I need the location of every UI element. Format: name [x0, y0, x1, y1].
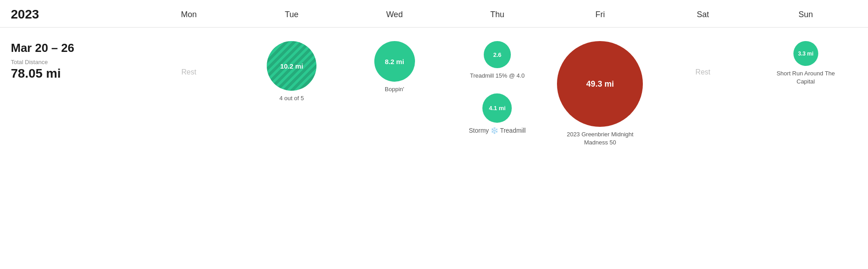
bubble-fri-1[interactable]: 49.3 mi [557, 41, 643, 127]
activity-label-thu-2: Stormy ❄️ Treadmill [469, 126, 526, 135]
day-header-sun: Sun [755, 10, 857, 19]
day-header-tue: Tue [240, 10, 343, 19]
activity-group-thu-1[interactable]: 2.6 Treadmill 15% @ 4.0 [470, 41, 524, 80]
bubble-thu-2[interactable]: 4.1 mi [482, 93, 512, 123]
day-col-thu: 2.6 Treadmill 15% @ 4.0 4.1 mi Stormy ❄️… [446, 37, 548, 217]
activity-label-fri-1: 2023 Greenbrier Midnight Madness 50 [559, 130, 641, 147]
bubble-wed-1[interactable]: 8.2 mi [374, 41, 415, 82]
year-label: 2023 [11, 7, 137, 22]
activity-area-sat: Rest [651, 37, 754, 217]
day-header-mon: Mon [137, 10, 240, 19]
day-col-wed: 8.2 mi Boppin' [343, 37, 446, 217]
main-content: Mar 20 – 26 Total Distance 78.05 mi Rest… [0, 28, 868, 226]
day-col-fri: 49.3 mi 2023 Greenbrier Midnight Madness… [549, 37, 651, 217]
bubble-thu-1[interactable]: 2.6 [484, 41, 511, 68]
bubble-distance-wed-1: 8.2 mi [385, 58, 404, 65]
activity-area-mon: Rest [137, 37, 240, 217]
week-range: Mar 20 – 26 [11, 41, 137, 55]
activity-label-tue-1: 4 out of 5 [279, 94, 304, 102]
bubble-distance-thu-2: 4.1 mi [489, 105, 506, 111]
activity-group-thu-2[interactable]: 4.1 mi Stormy ❄️ Treadmill [469, 93, 526, 135]
day-header-fri: Fri [549, 10, 651, 19]
activity-group-sun-1[interactable]: 3.3 mi Short Run Around The Capital [769, 41, 842, 86]
total-distance: 78.05 mi [11, 66, 137, 81]
snowflake-icon: ❄️ [491, 127, 498, 134]
activity-group-tue-1[interactable]: 10.2 mi 4 out of 5 [267, 41, 316, 102]
day-col-sat: Rest [651, 37, 754, 217]
activity-area-thu: 2.6 Treadmill 15% @ 4.0 4.1 mi Stormy ❄️… [446, 37, 548, 217]
activity-area-tue: 10.2 mi 4 out of 5 [240, 37, 343, 217]
bubble-distance-sun-1: 3.3 mi [798, 51, 813, 57]
day-header-wed: Wed [343, 10, 446, 19]
bubble-distance-thu-1: 2.6 [493, 51, 501, 58]
activity-area-sun: 3.3 mi Short Run Around The Capital [755, 37, 857, 217]
activity-label-thu-1: Treadmill 15% @ 4.0 [470, 72, 524, 80]
activity-area-fri: 49.3 mi 2023 Greenbrier Midnight Madness… [549, 37, 651, 217]
left-panel: Mar 20 – 26 Total Distance 78.05 mi [11, 37, 137, 217]
day-header-sat: Sat [651, 10, 754, 19]
days-grid: Rest 10.2 mi 4 out of 5 8.2 mi [137, 37, 857, 217]
activity-label-wed-1: Boppin' [385, 85, 404, 93]
day-col-tue: 10.2 mi 4 out of 5 [240, 37, 343, 217]
bubble-distance-tue-1: 10.2 mi [280, 62, 303, 70]
activity-group-wed-1[interactable]: 8.2 mi Boppin' [374, 41, 415, 93]
bubble-distance-fri-1: 49.3 mi [586, 79, 614, 89]
day-headers: Mon Tue Wed Thu Fri Sat Sun [137, 10, 857, 19]
total-label: Total Distance [11, 59, 137, 65]
day-col-mon: Rest [137, 37, 240, 217]
rest-label-sat: Rest [695, 68, 710, 76]
activity-label-sun-1: Short Run Around The Capital [769, 70, 842, 86]
bubble-sun-1[interactable]: 3.3 mi [793, 41, 818, 66]
day-header-thu: Thu [446, 10, 548, 19]
header-row: 2023 Mon Tue Wed Thu Fri Sat Sun [0, 0, 868, 28]
activity-area-wed: 8.2 mi Boppin' [343, 37, 446, 217]
day-col-sun: 3.3 mi Short Run Around The Capital [755, 37, 857, 217]
rest-label-mon: Rest [181, 68, 196, 76]
activity-group-fri-1[interactable]: 49.3 mi 2023 Greenbrier Midnight Madness… [557, 41, 643, 147]
bubble-tue-1[interactable]: 10.2 mi [267, 41, 316, 91]
